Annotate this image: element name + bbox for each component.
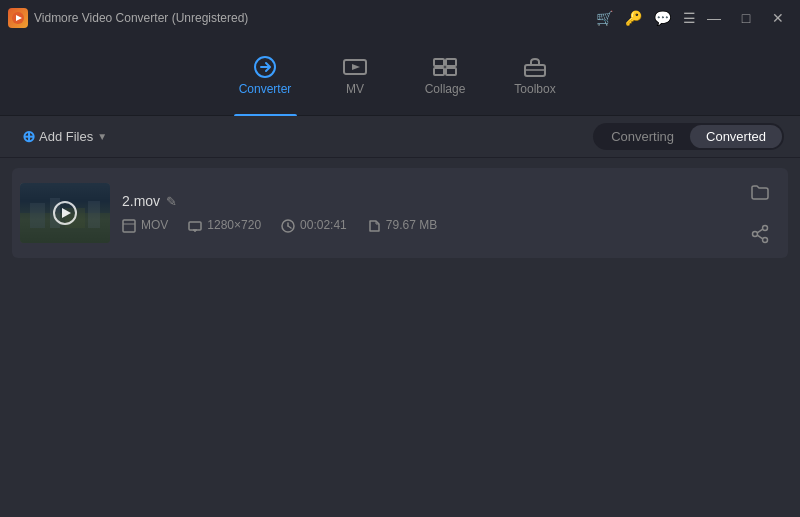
file-resolution-item: 1280×720 (188, 217, 261, 233)
add-files-button[interactable]: ⊕ Add Files ▼ (16, 123, 113, 150)
nav-tabs: Converter MV Collage (0, 36, 800, 116)
add-files-label: Add Files (39, 129, 93, 144)
tab-mv[interactable]: MV (310, 36, 400, 116)
svg-rect-12 (30, 203, 45, 228)
mv-icon (342, 55, 368, 78)
file-thumbnail[interactable] (20, 183, 110, 243)
tab-toolbox[interactable]: Toolbox (490, 36, 580, 116)
edit-icon[interactable]: ✎ (166, 194, 177, 209)
tab-converter[interactable]: Converter (220, 36, 310, 116)
chevron-down-icon: ▼ (97, 131, 107, 142)
format-icon (122, 217, 136, 233)
cart-icon[interactable]: 🛒 (596, 10, 613, 26)
share-button[interactable] (744, 218, 776, 250)
file-size-icon (367, 217, 381, 233)
svg-point-26 (753, 232, 758, 237)
file-actions (744, 176, 776, 250)
svg-line-27 (757, 229, 763, 233)
file-size-item: 79.67 MB (367, 217, 437, 233)
plus-icon: ⊕ (22, 127, 35, 146)
tab-toolbox-label: Toolbox (514, 82, 555, 96)
converter-icon (252, 55, 278, 78)
title-bar: Vidmore Video Converter (Unregistered) 🛒… (0, 0, 800, 36)
file-size: 79.67 MB (386, 218, 437, 232)
play-button[interactable] (53, 201, 77, 225)
svg-rect-6 (434, 68, 444, 75)
file-duration: 00:02:41 (300, 218, 347, 232)
clock-icon (281, 217, 295, 233)
play-triangle-icon (62, 208, 71, 218)
file-item: 2.mov ✎ MOV (12, 168, 788, 258)
tab-mv-label: MV (346, 82, 364, 96)
svg-point-24 (763, 226, 768, 231)
file-format-item: MOV (122, 217, 168, 233)
maximize-button[interactable]: □ (732, 8, 760, 28)
toolbox-icon (522, 55, 548, 78)
converting-tab[interactable]: Converting (595, 125, 690, 148)
open-folder-button[interactable] (744, 176, 776, 208)
app-logo (8, 8, 28, 28)
file-meta: MOV 1280×720 (122, 217, 732, 233)
file-name-row: 2.mov ✎ (122, 193, 732, 209)
svg-rect-15 (88, 201, 100, 228)
resolution-icon (188, 217, 202, 233)
menu-icon[interactable]: ☰ (683, 10, 696, 26)
svg-line-28 (757, 235, 763, 239)
title-bar-controls: 🛒 🔑 💬 ☰ — □ ✕ (596, 8, 792, 28)
svg-rect-18 (189, 222, 201, 230)
file-duration-item: 00:02:41 (281, 217, 347, 233)
close-button[interactable]: ✕ (764, 8, 792, 28)
tab-collage-label: Collage (425, 82, 466, 96)
top-icon-group: 🛒 🔑 💬 ☰ (596, 10, 696, 26)
svg-rect-4 (434, 59, 444, 66)
key-icon[interactable]: 🔑 (625, 10, 642, 26)
tab-collage[interactable]: Collage (400, 36, 490, 116)
title-bar-left: Vidmore Video Converter (Unregistered) (8, 8, 248, 28)
converted-tab[interactable]: Converted (690, 125, 782, 148)
file-info: 2.mov ✎ MOV (122, 193, 732, 233)
file-name: 2.mov (122, 193, 160, 209)
svg-rect-16 (123, 220, 135, 232)
chat-icon[interactable]: 💬 (654, 10, 671, 26)
convert-tab-group: Converting Converted (593, 123, 784, 150)
minimize-button[interactable]: — (700, 8, 728, 28)
svg-rect-5 (446, 59, 456, 66)
app-title: Vidmore Video Converter (Unregistered) (34, 11, 248, 25)
toolbar: ⊕ Add Files ▼ Converting Converted (0, 116, 800, 158)
svg-line-23 (288, 226, 291, 228)
svg-point-25 (763, 238, 768, 243)
tab-converter-label: Converter (239, 82, 292, 96)
svg-rect-7 (446, 68, 456, 75)
file-format: MOV (141, 218, 168, 232)
collage-icon (432, 55, 458, 78)
file-list: 2.mov ✎ MOV (0, 158, 800, 268)
file-resolution: 1280×720 (207, 218, 261, 232)
